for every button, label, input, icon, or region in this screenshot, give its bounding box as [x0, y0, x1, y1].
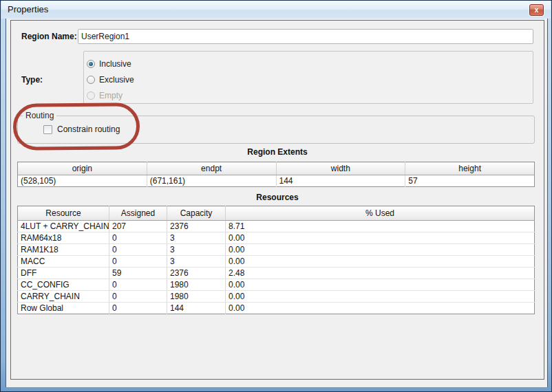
radio-inclusive[interactable]: Inclusive — [87, 58, 131, 69]
capacity-cell: 2376 — [167, 268, 226, 279]
extents-width-cell: 144 — [276, 175, 405, 187]
resources-table: Resource Assigned Capacity % Used 4LUT +… — [17, 206, 535, 314]
resource-cell: MACC — [18, 256, 109, 268]
table-row: RAM1K18 0 3 0.00 — [18, 244, 535, 256]
column-header: Capacity — [167, 206, 226, 221]
close-icon[interactable]: x — [529, 4, 544, 16]
column-header: origin — [18, 162, 147, 175]
properties-dialog: Properties x Region Name: Type: Inclusiv… — [0, 0, 552, 392]
table-header-row: origin endpt width height — [18, 162, 535, 175]
resource-cell: RAM64x18 — [18, 232, 109, 244]
used-cell: 8.71 — [226, 221, 535, 232]
table-row: (528,105) (671,161) 144 57 — [18, 175, 535, 187]
radio-inclusive-label: Inclusive — [99, 59, 131, 69]
radio-selected-icon — [87, 60, 95, 68]
radio-unselected-icon — [87, 76, 95, 84]
used-cell: 0.00 — [226, 244, 535, 256]
routing-groupbox: Routing Constrain routing — [17, 116, 535, 144]
assigned-cell: 0 — [109, 303, 167, 314]
checkbox-unchecked-icon — [43, 125, 52, 134]
column-header: width — [276, 162, 405, 175]
dialog-client-area: Region Name: Type: Inclusive Exclusive E… — [6, 19, 548, 387]
radio-exclusive[interactable]: Exclusive — [87, 74, 134, 85]
table-row: CARRY_CHAIN 0 1980 0.00 — [18, 291, 535, 303]
capacity-cell: 1980 — [167, 279, 226, 291]
column-header: Resource — [18, 206, 109, 221]
extents-origin-cell: (528,105) — [18, 175, 147, 187]
region-name-label: Region Name: — [21, 32, 77, 41]
type-label: Type: — [21, 75, 43, 85]
capacity-cell: 1980 — [167, 291, 226, 303]
capacity-cell: 2376 — [167, 221, 226, 232]
title-bar[interactable]: Properties x — [1, 1, 551, 19]
used-cell: 0.00 — [226, 303, 535, 314]
radio-disabled-icon — [87, 91, 95, 100]
resource-cell: Row Global — [18, 303, 109, 314]
region-name-input[interactable] — [78, 29, 533, 44]
assigned-cell: 59 — [109, 268, 167, 279]
assigned-cell: 0 — [109, 279, 167, 291]
resource-cell: RAM1K18 — [18, 244, 109, 256]
constrain-routing-checkbox[interactable]: Constrain routing — [43, 124, 120, 134]
main-frame: Region Name: Type: Inclusive Exclusive E… — [10, 20, 544, 380]
table-header-row: Resource Assigned Capacity % Used — [18, 206, 535, 221]
window-title: Properties — [8, 4, 48, 14]
constrain-routing-label: Constrain routing — [57, 124, 120, 134]
used-cell: 0.00 — [226, 232, 535, 244]
capacity-cell: 144 — [167, 303, 226, 314]
assigned-cell: 207 — [109, 221, 167, 232]
assigned-cell: 0 — [109, 244, 167, 256]
used-cell: 0.00 — [226, 256, 535, 268]
capacity-cell: 3 — [167, 244, 226, 256]
resource-cell: CARRY_CHAIN — [18, 291, 109, 303]
used-cell: 0.00 — [226, 279, 535, 291]
used-cell: 2.48 — [226, 268, 535, 279]
assigned-cell: 0 — [109, 291, 167, 303]
resource-cell: DFF — [18, 268, 109, 279]
extents-height-cell: 57 — [405, 175, 535, 187]
extents-endpt-cell: (671,161) — [147, 175, 276, 187]
table-row: RAM64x18 0 3 0.00 — [18, 232, 535, 244]
table-row: DFF 59 2376 2.48 — [18, 268, 535, 279]
table-row: MACC 0 3 0.00 — [18, 256, 535, 268]
radio-empty-label: Empty — [99, 91, 123, 100]
resource-cell: 4LUT + CARRY_CHAIN — [18, 221, 109, 232]
assigned-cell: 0 — [109, 232, 167, 244]
routing-group-title: Routing — [23, 111, 56, 120]
region-extents-title: Region Extents — [11, 147, 544, 157]
region-extents-table: origin endpt width height (528,105) (671… — [17, 162, 535, 187]
column-header: % Used — [226, 206, 535, 221]
column-header: height — [405, 162, 535, 175]
capacity-cell: 3 — [167, 232, 226, 244]
resource-cell: CC_CONFIG — [18, 279, 109, 291]
capacity-cell: 3 — [167, 256, 226, 268]
radio-empty: Empty — [87, 90, 123, 101]
assigned-cell: 0 — [109, 256, 167, 268]
resources-title: Resources — [11, 193, 544, 202]
column-header: endpt — [147, 162, 276, 175]
radio-exclusive-label: Exclusive — [99, 75, 134, 85]
used-cell: 0.00 — [226, 291, 535, 303]
type-radio-frame — [83, 51, 533, 104]
table-row: Row Global 0 144 0.00 — [18, 303, 535, 314]
column-header: Assigned — [109, 206, 167, 221]
table-row: CC_CONFIG 0 1980 0.00 — [18, 279, 535, 291]
table-row: 4LUT + CARRY_CHAIN 207 2376 8.71 — [18, 221, 535, 232]
